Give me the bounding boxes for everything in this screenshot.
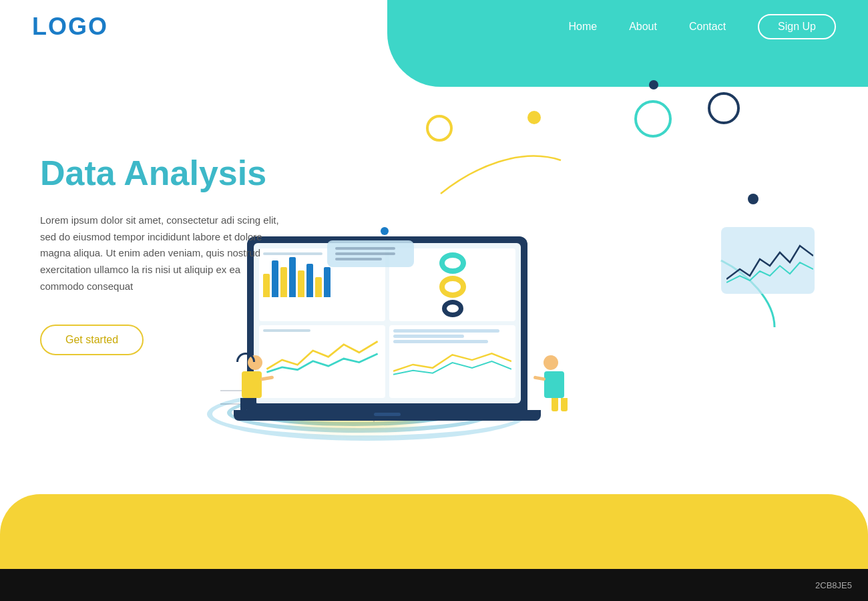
nav-about[interactable]: About	[629, 21, 657, 33]
dot-navy-top	[649, 80, 658, 89]
logo: LOGO	[32, 13, 108, 41]
illustration-area	[307, 60, 815, 474]
nav-links: Home About Contact Sign Up	[568, 14, 836, 39]
footer-credit: 2CB8JE5	[815, 580, 852, 590]
donut-2	[439, 276, 466, 297]
circle-navy-right	[708, 92, 740, 124]
right-side-panel	[721, 227, 815, 294]
nav-home[interactable]: Home	[568, 21, 597, 33]
get-started-button[interactable]: Get started	[40, 325, 144, 355]
hero-body-text: Lorem ipsum dolor sit amet, consectetur …	[40, 212, 287, 295]
laptop-screen	[254, 243, 521, 403]
signup-button[interactable]: Sign Up	[758, 14, 836, 39]
laptop-base	[234, 410, 541, 421]
text-chart-panel	[389, 325, 515, 398]
footer-bar: 2CB8JE5	[0, 569, 868, 601]
bar-5	[298, 270, 304, 297]
panel-line-3	[335, 258, 382, 260]
dot-blue-left	[381, 227, 389, 235]
dot-yellow	[527, 111, 541, 124]
hero-title: Data Analysis	[40, 154, 287, 194]
dot-navy-right	[748, 194, 758, 204]
area-chart-svg	[393, 348, 511, 378]
circle-teal-large	[634, 100, 672, 138]
text-line-2	[393, 335, 464, 338]
person-right	[548, 355, 568, 411]
donut-1	[439, 252, 466, 274]
text-line-1	[393, 329, 499, 333]
bar-4	[289, 257, 296, 297]
bar-6	[306, 264, 313, 297]
hero-section: Data Analysis Lorem ipsum dolor sit amet…	[40, 154, 287, 355]
left-side-panel	[327, 240, 414, 267]
text-line-3	[393, 340, 488, 343]
panel-line-1	[335, 247, 395, 250]
donut-3	[442, 300, 463, 317]
bar-7	[315, 277, 322, 297]
right-chart-svg	[726, 232, 813, 289]
panel-line-2	[335, 252, 395, 255]
navigation: LOGO Home About Contact Sign Up	[0, 0, 868, 53]
circle-yellow-large	[426, 115, 453, 142]
bar-8	[324, 267, 331, 297]
nav-contact[interactable]: Contact	[689, 21, 726, 33]
person-left	[227, 355, 256, 411]
